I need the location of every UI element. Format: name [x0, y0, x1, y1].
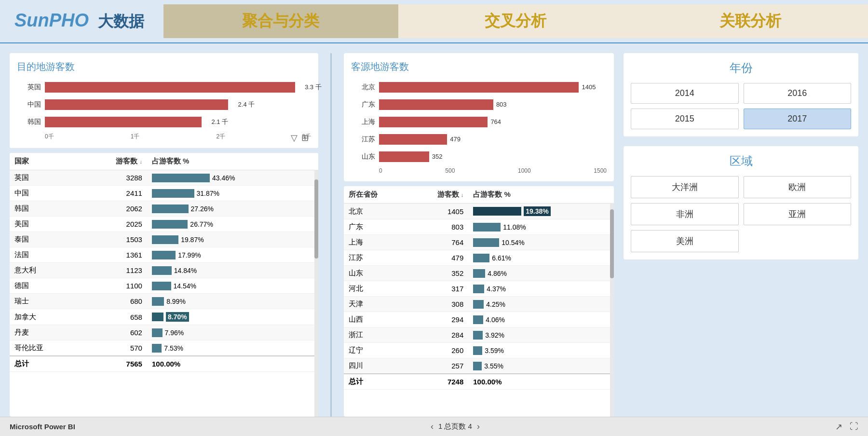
bar-fill: 2.1 千 [45, 117, 202, 127]
src-pct-value: 4.37% [487, 285, 506, 293]
src-footer-pct: 100.00% [468, 374, 614, 390]
visitors-cell: 2411 [81, 186, 147, 201]
province-cell: 河北 [344, 281, 408, 297]
year-filter-btn-2016[interactable]: 2016 [744, 83, 852, 104]
dest-table-scroll-thumb[interactable] [314, 179, 318, 259]
src-visitors-cell: 257 [408, 358, 469, 374]
year-filter-btn-2017[interactable]: 2017 [744, 109, 852, 129]
table-row: 瑞士 680 8.99% [10, 294, 318, 309]
bar-label: 韩国 [17, 118, 41, 126]
src-pct-value: 3.59% [485, 347, 504, 354]
pct-value: 19.87% [181, 236, 203, 244]
table-row: 哥伦比亚 570 7.53% [10, 341, 318, 356]
region-filter-btn-亚洲[interactable]: 亚洲 [744, 203, 852, 225]
pct-value: 8.70% [166, 312, 189, 322]
src-bar-label: 上海 [351, 118, 375, 126]
dest-table-scrollbar[interactable] [314, 153, 318, 417]
table-row: 韩国 2062 27.26% [10, 201, 318, 217]
source-bar-chart: 北京 1405 广东 803 上海 764 江苏 479 山东 [351, 78, 607, 177]
pct-cell: 14.54% [147, 278, 318, 294]
destination-table-body: 英国 3288 43.46% 中国 2411 31.87% 韩国 2062 27… [10, 170, 318, 356]
table-row: 北京 1405 19.38% [344, 204, 614, 219]
col-country[interactable]: 国家 [10, 153, 81, 170]
source-table-section: 所在省份 游客数↓ 占游客数 % 北京 1405 [344, 186, 614, 417]
col-pct[interactable]: 占游客数 % [147, 153, 318, 170]
province-cell: 北京 [344, 204, 408, 219]
pct-value: 27.26% [191, 205, 214, 213]
destination-bars: 英国 3.3 千 中国 2.4 千 韩国 2.1 千 [17, 81, 311, 129]
src-table-scrollbar[interactable] [610, 186, 614, 417]
region-filter-btn-大洋洲[interactable]: 大洋洲 [631, 176, 739, 198]
src-visitors-cell: 1405 [408, 204, 469, 219]
region-filter-btn-非洲[interactable]: 非洲 [631, 203, 739, 225]
region-filter-btn-美洲[interactable]: 美洲 [631, 230, 739, 252]
province-cell: 浙江 [344, 327, 408, 343]
visitors-cell: 3288 [81, 170, 147, 186]
visitors-cell: 602 [81, 325, 147, 341]
destination-bar-chart: 英国 3.3 千 中国 2.4 千 韩国 2.1 千 0千 1千 2千 3千 [17, 78, 311, 143]
visitors-cell: 2025 [81, 217, 147, 232]
src-pct-bar [473, 346, 482, 355]
share-icon[interactable]: ↗ [835, 422, 842, 432]
country-cell: 韩国 [10, 201, 81, 217]
pct-value: 7.53% [164, 344, 183, 352]
src-bar-fill [379, 99, 493, 110]
logo-sun: SunPHO [14, 10, 89, 30]
src-bar-label: 北京 [351, 83, 375, 92]
table-row: 江苏 479 6.61% [344, 250, 614, 266]
visitors-cell: 1100 [81, 278, 147, 294]
tab-association-analysis[interactable]: 关联分析 [633, 4, 868, 38]
country-cell: 丹麦 [10, 325, 81, 341]
src-bar-row: 上海 764 [351, 115, 607, 129]
src-pct-cell: 4.86% [468, 266, 614, 281]
fullscreen-icon[interactable]: ⛶ [850, 422, 858, 432]
src-pct-bar [473, 315, 483, 324]
src-bar-label: 山东 [351, 152, 375, 161]
pct-cell: 17.99% [147, 247, 318, 263]
col-province[interactable]: 所在省份 [344, 186, 408, 204]
dest-bar-row: 中国 2.4 千 [17, 98, 311, 111]
year-filter-btn-2015[interactable]: 2015 [631, 109, 739, 129]
src-pct-bar [473, 223, 501, 232]
prev-page-button[interactable]: ‹ [431, 422, 434, 432]
src-pct-bar [473, 362, 482, 370]
year-filter-box: 年份 2014201620152017 [624, 53, 858, 136]
tab-cross-analysis[interactable]: 交叉分析 [398, 4, 633, 38]
country-cell: 中国 [10, 186, 81, 201]
tab-aggregation[interactable]: 聚合与分类 [163, 4, 398, 38]
destination-table-wrapper[interactable]: 国家 游客数↓ 占游客数 % 英国 3288 [10, 153, 318, 417]
filter-icon[interactable]: ▽ [291, 133, 298, 143]
source-chart-section: 客源地游客数 北京 1405 广东 803 上海 764 江苏 479 [344, 53, 614, 181]
col-src-pct[interactable]: 占游客数 % [468, 186, 614, 204]
src-bar-fill [379, 117, 488, 127]
pct-cell: 7.96% [147, 325, 318, 341]
src-visitors-cell: 308 [408, 297, 469, 312]
col-visitors[interactable]: 游客数↓ [81, 153, 147, 170]
col-src-visitors[interactable]: 游客数↓ [408, 186, 469, 204]
pct-bar [152, 174, 210, 182]
bottom-bar: Microsoft Power BI ‹ 1 总页数 4 › ↗ ⛶ [0, 417, 868, 436]
province-cell: 广东 [344, 219, 408, 235]
pct-cell: 43.46% [147, 170, 318, 186]
year-filter-btn-2014[interactable]: 2014 [631, 83, 739, 104]
table-row: 辽宁 260 3.59% [344, 343, 614, 358]
pct-bar [152, 235, 178, 244]
src-table-scroll-thumb[interactable] [610, 209, 614, 278]
src-pct-cell: 6.61% [468, 250, 614, 266]
expand-icon[interactable]: ⊞ [301, 133, 309, 143]
logo-bigdata: 大数据 [98, 13, 144, 30]
source-table-wrapper[interactable]: 所在省份 游客数↓ 占游客数 % 北京 1405 [344, 186, 614, 417]
pct-cell: 27.26% [147, 201, 318, 217]
table-row: 中国 2411 31.87% [10, 186, 318, 201]
src-bar-container: 352 [379, 151, 607, 162]
src-pct-value: 11.08% [503, 223, 526, 231]
dest-bar-row: 韩国 2.1 千 [17, 115, 311, 129]
next-page-button[interactable]: › [477, 422, 480, 432]
src-pct-cell: 19.38% [468, 204, 614, 219]
page-info: 1 总页数 4 [438, 422, 472, 431]
region-filter-grid: 大洋洲欧洲非洲亚洲美洲 [631, 176, 851, 252]
country-cell: 瑞士 [10, 294, 81, 309]
right-panel: 年份 2014201620152017 区域 大洋洲欧洲非洲亚洲美洲 [624, 53, 858, 417]
region-filter-btn-欧洲[interactable]: 欧洲 [744, 176, 852, 198]
visitors-cell: 1503 [81, 232, 147, 247]
